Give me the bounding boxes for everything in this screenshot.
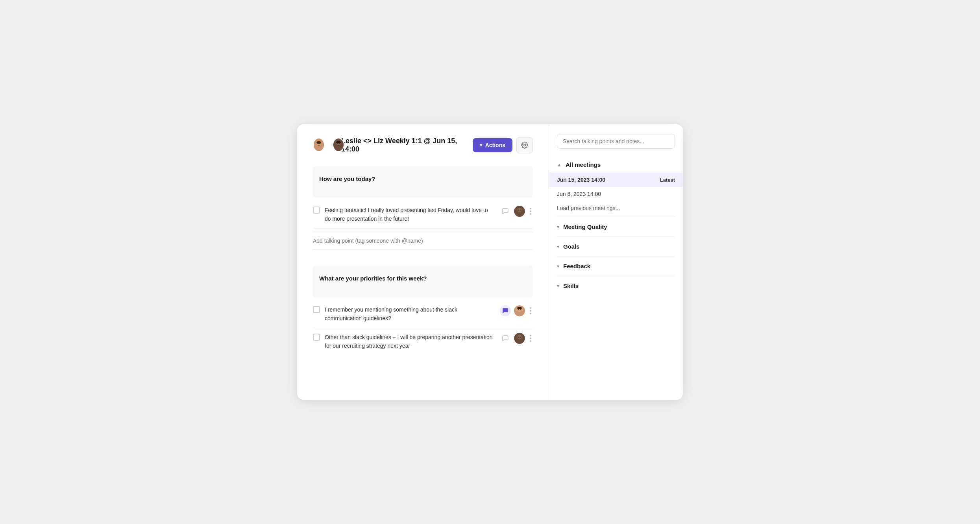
chevron-up-icon: ▲ [557, 162, 562, 168]
svg-point-5 [316, 141, 321, 144]
gear-icon [521, 142, 528, 149]
meeting-header: Leslie <> Liz Weekly 1:1 @ Jun 15, 14:00… [313, 137, 533, 153]
goals-header[interactable]: ▾ Goals [549, 238, 683, 255]
svg-point-27 [518, 336, 519, 337]
header-left: Leslie <> Liz Weekly 1:1 @ Jun 15, 14:00 [313, 137, 473, 153]
svg-point-8 [335, 145, 342, 151]
comment-icon-3[interactable] [500, 333, 511, 344]
svg-point-23 [517, 307, 522, 309]
tp-avatar-3 [514, 333, 525, 344]
checkbox-2[interactable] [313, 306, 320, 313]
tp-actions-3 [500, 333, 533, 344]
all-meetings-title: All meetings [566, 161, 601, 168]
header-actions: ▾ Actions [473, 137, 533, 153]
meeting-date-1: Jun 15, 2023 14:00 [557, 177, 605, 183]
chevron-down-icon-goals: ▾ [557, 244, 559, 249]
feedback-title: Feedback [563, 263, 590, 269]
tp-text-1: Feeling fantastic! I really loved presen… [325, 206, 495, 223]
section-checkin-title: How are you today? [319, 172, 527, 186]
svg-point-28 [520, 336, 521, 337]
svg-point-11 [336, 141, 341, 144]
latest-badge: Latest [660, 177, 675, 183]
more-options-3[interactable] [528, 333, 533, 343]
right-panel: ▲ All meetings Jun 15, 2023 14:00 Latest… [549, 124, 683, 400]
chevron-down-icon-skills: ▾ [557, 283, 559, 289]
meeting-quality-header[interactable]: ▾ Meeting Quality [549, 219, 683, 235]
svg-point-2 [315, 145, 322, 151]
sidebar-divider-4 [557, 276, 675, 276]
avatar-leslie [313, 138, 325, 152]
talking-point-2: I remember you mentioning something abou… [313, 301, 533, 328]
avatar-liz [333, 138, 344, 152]
chevron-down-icon-quality: ▾ [557, 224, 559, 230]
left-panel: Leslie <> Liz Weekly 1:1 @ Jun 15, 14:00… [297, 124, 549, 400]
load-more-meetings[interactable]: Load previous meetings... [549, 201, 683, 215]
search-input[interactable] [557, 134, 675, 149]
actions-button[interactable]: ▾ Actions [473, 138, 512, 152]
svg-point-21 [518, 309, 519, 310]
checkbox-1[interactable] [313, 207, 320, 214]
settings-button[interactable] [516, 137, 533, 153]
sidebar-divider-1 [557, 217, 675, 217]
section-priorities: What are your priorities for this week? … [313, 266, 533, 355]
sidebar-divider-2 [557, 236, 675, 237]
sidebar-all-meetings: ▲ All meetings Jun 15, 2023 14:00 Latest… [549, 157, 683, 215]
svg-point-17 [520, 210, 521, 210]
svg-point-22 [520, 309, 521, 310]
svg-point-16 [518, 210, 519, 210]
svg-point-10 [339, 143, 340, 144]
chevron-down-icon-feedback: ▾ [557, 264, 559, 269]
comment-icon-1[interactable] [500, 206, 511, 217]
meeting-item-2[interactable]: Jun 8, 2023 14:00 [549, 187, 683, 201]
meeting-title: Leslie <> Liz Weekly 1:1 @ Jun 15, 14:00 [341, 137, 473, 153]
avatars-stack [313, 137, 337, 153]
search-box [557, 134, 675, 149]
talking-point-1: Feeling fantastic! I really loved presen… [313, 201, 533, 229]
more-options-1[interactable] [528, 206, 533, 216]
tp-actions-1 [500, 206, 533, 217]
all-meetings-header[interactable]: ▲ All meetings [549, 157, 683, 173]
tp-actions-2 [500, 305, 533, 316]
meeting-quality-title: Meeting Quality [563, 223, 607, 230]
comment-icon-2[interactable] [500, 305, 511, 316]
talking-point-3: Other than slack guidelines – I will be … [313, 328, 533, 355]
svg-point-12 [524, 144, 526, 146]
tp-text-3: Other than slack guidelines – I will be … [325, 333, 495, 351]
chevron-down-icon: ▾ [480, 142, 482, 148]
section-checkin: How are you today? Feeling fantastic! I … [313, 166, 533, 253]
tp-avatar-1 [514, 206, 525, 217]
sidebar-goals: ▾ Goals [549, 238, 683, 255]
section-priorities-title: What are your priorities for this week? [319, 271, 527, 286]
skills-title: Skills [563, 282, 579, 289]
sidebar-meeting-quality: ▾ Meeting Quality [549, 219, 683, 235]
svg-point-9 [337, 143, 338, 144]
app-container: Leslie <> Liz Weekly 1:1 @ Jun 15, 14:00… [297, 124, 683, 400]
tp-avatar-2 [514, 305, 525, 316]
sidebar-feedback: ▾ Feedback [549, 258, 683, 274]
checkbox-3[interactable] [313, 334, 320, 341]
meeting-item-1[interactable]: Jun 15, 2023 14:00 Latest [549, 173, 683, 187]
sidebar-divider-3 [557, 256, 675, 256]
goals-title: Goals [563, 243, 580, 250]
sidebar-skills: ▾ Skills [549, 278, 683, 294]
tp-text-2: I remember you mentioning something abou… [325, 305, 495, 323]
more-options-2[interactable] [528, 306, 533, 316]
add-talking-point-input-1[interactable] [313, 232, 533, 250]
skills-header[interactable]: ▾ Skills [549, 278, 683, 294]
meeting-date-2: Jun 8, 2023 14:00 [557, 191, 601, 197]
feedback-header[interactable]: ▾ Feedback [549, 258, 683, 274]
